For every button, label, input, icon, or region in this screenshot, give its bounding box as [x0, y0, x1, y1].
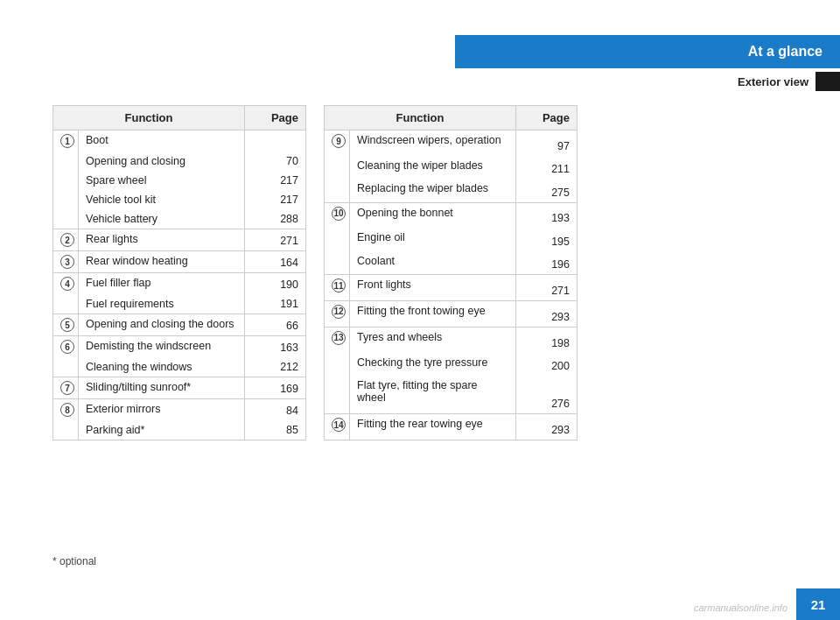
item-number: 10: [332, 207, 346, 221]
function-cell: Demisting the windscreen: [79, 336, 245, 358]
function-cell: Fuel filler flap: [79, 273, 245, 295]
function-cell: Opening and closing the doors: [79, 314, 245, 336]
item-number: 9: [332, 134, 346, 148]
table-row: Fuel requirements191: [53, 294, 306, 314]
table-row: Spare wheel217: [53, 171, 306, 190]
table-row: 11Front lights271: [325, 275, 578, 301]
at-a-glance-banner: At a glance: [455, 35, 840, 68]
table-row: 3Rear window heating164: [53, 251, 306, 273]
function-cell: Cleaning the windows: [79, 357, 245, 377]
table-row: Coolant196: [325, 251, 578, 275]
function-cell: Front lights: [350, 275, 516, 301]
function-cell: Engine oil: [350, 228, 516, 250]
page-cell: 200: [516, 353, 578, 376]
page-cell: [245, 130, 306, 152]
page-cell: 217: [245, 190, 306, 209]
page-cell: 288: [245, 209, 306, 229]
table-row: Cleaning the windows212: [53, 357, 306, 377]
function-cell: Replacing the wiper blades: [350, 179, 516, 202]
function-cell: Opening the bonnet: [350, 202, 516, 228]
page-cell: 97: [516, 130, 578, 156]
left-col-page: Page: [245, 106, 306, 130]
table-row: Flat tyre, fitting the spare wheel276: [325, 376, 578, 414]
function-cell: Checking the tyre pressure: [350, 353, 516, 376]
page-cell: 70: [245, 151, 306, 171]
page-cell: 85: [245, 420, 306, 440]
right-table: Function Page 9Windscreen wipers, operat…: [324, 105, 578, 440]
table-row: 5Opening and closing the doors66: [53, 314, 306, 336]
page-cell: 66: [245, 314, 306, 336]
table-row: 10Opening the bonnet193: [325, 202, 578, 228]
function-cell: Tyres and wheels: [350, 327, 516, 352]
page-cell: 293: [516, 414, 578, 440]
item-number: 12: [332, 305, 346, 319]
table-row: 9Windscreen wipers, operation97: [325, 130, 578, 156]
page-cell: 275: [516, 179, 578, 202]
table-row: Vehicle tool kit217: [53, 190, 306, 209]
item-number: 13: [332, 331, 346, 345]
item-number: 6: [60, 340, 74, 354]
item-number: 1: [60, 134, 74, 148]
page-cell: 195: [516, 228, 578, 250]
page-cell: 276: [516, 376, 578, 414]
function-cell: Rear window heating: [79, 251, 245, 273]
page-cell: 196: [516, 251, 578, 275]
table-row: Cleaning the wiper blades211: [325, 156, 578, 179]
table-row: Opening and closing70: [53, 151, 306, 171]
function-cell: Exterior mirrors: [79, 399, 245, 421]
table-row: 14Fitting the rear towing eye293: [325, 414, 578, 440]
page-cell: 271: [516, 275, 578, 301]
page-cell: 84: [245, 399, 306, 421]
table-row: Replacing the wiper blades275: [325, 179, 578, 202]
table-row: 6Demisting the windscreen163: [53, 336, 306, 358]
function-cell: Vehicle battery: [79, 209, 245, 229]
item-number: 14: [332, 418, 346, 432]
item-number: 8: [60, 403, 74, 417]
page-cell: 193: [516, 202, 578, 228]
page-cell: 271: [245, 229, 306, 251]
table-row: 7Sliding/tilting sunroof*169: [53, 377, 306, 399]
function-cell: Fitting the front towing eye: [350, 300, 516, 327]
page-cell: 198: [516, 327, 578, 352]
page-cell: 190: [245, 273, 306, 295]
function-cell: Boot: [79, 130, 245, 152]
function-cell: Coolant: [350, 251, 516, 275]
function-cell: Vehicle tool kit: [79, 190, 245, 209]
function-cell: Fuel requirements: [79, 294, 245, 314]
page-cell: 169: [245, 377, 306, 399]
exterior-view-label: Exterior view: [738, 75, 808, 88]
left-col-function: Function: [53, 106, 245, 130]
page-cell: 293: [516, 300, 578, 327]
function-cell: Spare wheel: [79, 171, 245, 190]
watermark: carmanualsonline.info: [694, 602, 788, 613]
page-cell: 217: [245, 171, 306, 190]
table-row: 2Rear lights271: [53, 229, 306, 251]
function-cell: Fitting the rear towing eye: [350, 414, 516, 440]
header-bar: At a glance Exterior view: [420, 35, 840, 91]
table-row: 1Boot: [53, 130, 306, 152]
item-number: 2: [60, 233, 74, 247]
function-cell: Cleaning the wiper blades: [350, 156, 516, 179]
table-row: 4Fuel filler flap190: [53, 273, 306, 295]
page-cell: 164: [245, 251, 306, 273]
right-col-function: Function: [325, 106, 516, 130]
item-number: 7: [60, 381, 74, 395]
page-number: 21: [796, 588, 840, 620]
item-number: 4: [60, 277, 74, 291]
table-row: 12Fitting the front towing eye293: [325, 300, 578, 327]
item-number: 3: [60, 255, 74, 269]
function-cell: Opening and closing: [79, 151, 245, 171]
item-number: 5: [60, 318, 74, 332]
function-cell: Parking aid*: [79, 420, 245, 440]
table-row: Engine oil195: [325, 228, 578, 250]
item-number: 11: [332, 278, 346, 292]
page-cell: 212: [245, 357, 306, 377]
function-cell: Rear lights: [79, 229, 245, 251]
table-row: 13Tyres and wheels198: [325, 327, 578, 352]
function-cell: Windscreen wipers, operation: [350, 130, 516, 156]
table-row: 8Exterior mirrors84: [53, 399, 306, 421]
page-cell: 211: [516, 156, 578, 179]
left-table: Function Page 1BootOpening and closing70…: [52, 105, 306, 440]
table-row: Vehicle battery288: [53, 209, 306, 229]
function-cell: Flat tyre, fitting the spare wheel: [350, 376, 516, 414]
